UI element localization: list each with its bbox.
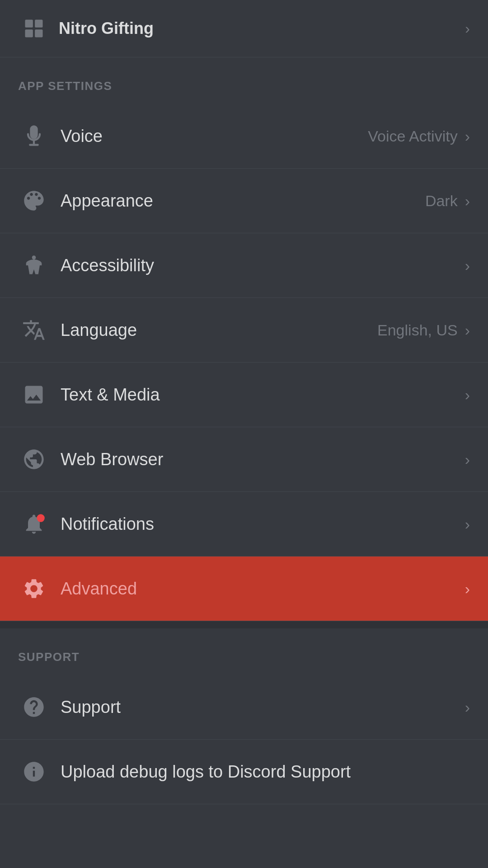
top-bar-chevron: › bbox=[465, 20, 470, 37]
upload-debug-label: Upload debug logs to Discord Support bbox=[61, 762, 470, 782]
web-browser-label: Web Browser bbox=[61, 450, 465, 469]
settings-item-appearance[interactable]: Appearance Dark › bbox=[0, 169, 488, 233]
voice-value: Voice Activity bbox=[368, 127, 457, 145]
text-media-icon bbox=[18, 379, 50, 410]
accessibility-label: Accessibility bbox=[61, 256, 465, 275]
info-icon bbox=[18, 756, 50, 788]
web-browser-icon bbox=[18, 443, 50, 475]
language-value: English, US bbox=[377, 321, 458, 339]
svg-point-4 bbox=[32, 255, 36, 259]
settings-item-text-media[interactable]: Text & Media › bbox=[0, 363, 488, 427]
advanced-chevron: › bbox=[465, 580, 470, 598]
nitro-gifting-icon bbox=[18, 13, 50, 44]
advanced-label: Advanced bbox=[61, 579, 465, 599]
notifications-icon bbox=[18, 508, 50, 540]
settings-item-web-browser[interactable]: Web Browser › bbox=[0, 427, 488, 492]
settings-item-voice[interactable]: Voice Voice Activity › bbox=[0, 104, 488, 169]
appearance-label: Appearance bbox=[61, 191, 425, 211]
settings-item-language[interactable]: Language English, US › bbox=[0, 298, 488, 363]
text-media-label: Text & Media bbox=[61, 385, 465, 405]
settings-item-support[interactable]: Support › bbox=[0, 675, 488, 740]
advanced-icon bbox=[18, 573, 50, 604]
notifications-chevron: › bbox=[465, 515, 470, 533]
svg-rect-3 bbox=[35, 29, 42, 37]
language-label: Language bbox=[61, 321, 377, 340]
svg-rect-0 bbox=[25, 20, 33, 28]
support-label: Support bbox=[61, 698, 465, 717]
support-chevron: › bbox=[465, 698, 470, 716]
settings-item-upload-debug[interactable]: Upload debug logs to Discord Support bbox=[0, 740, 488, 804]
notifications-label: Notifications bbox=[61, 514, 465, 534]
appearance-chevron: › bbox=[465, 192, 470, 210]
accessibility-icon bbox=[18, 250, 50, 281]
section-divider bbox=[0, 621, 488, 628]
settings-item-advanced[interactable]: Advanced › bbox=[0, 557, 488, 621]
voice-label: Voice bbox=[61, 127, 368, 146]
top-bar-item[interactable]: Nitro Gifting › bbox=[0, 0, 488, 57]
palette-icon bbox=[18, 185, 50, 217]
svg-rect-2 bbox=[25, 29, 33, 37]
accessibility-chevron: › bbox=[465, 257, 470, 274]
top-bar-label: Nitro Gifting bbox=[59, 19, 154, 38]
web-browser-chevron: › bbox=[465, 451, 470, 468]
svg-point-5 bbox=[37, 514, 45, 522]
microphone-icon bbox=[18, 120, 50, 152]
svg-rect-1 bbox=[35, 20, 42, 28]
settings-item-notifications[interactable]: Notifications › bbox=[0, 492, 488, 557]
support-icon bbox=[18, 691, 50, 723]
app-settings-header: APP SETTINGS bbox=[0, 57, 488, 104]
settings-item-accessibility[interactable]: Accessibility › bbox=[0, 233, 488, 298]
language-chevron: › bbox=[465, 321, 470, 339]
language-icon bbox=[18, 314, 50, 346]
support-header: SUPPORT bbox=[0, 628, 488, 675]
appearance-value: Dark bbox=[425, 192, 458, 210]
voice-chevron: › bbox=[465, 127, 470, 145]
text-media-chevron: › bbox=[465, 386, 470, 404]
